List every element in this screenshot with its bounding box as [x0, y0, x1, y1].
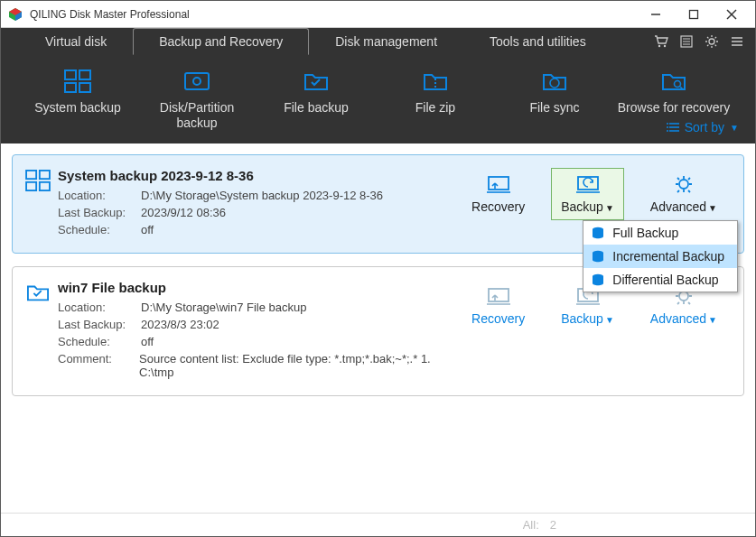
card-title: win7 File backup	[58, 280, 462, 295]
file-zip-icon	[422, 69, 449, 93]
status-footer: All: 2	[1, 513, 755, 536]
tool-file-backup[interactable]: File backup	[257, 66, 375, 116]
advanced-label: Advanced	[650, 311, 706, 326]
chevron-down-icon: ▼	[605, 203, 614, 213]
svg-rect-19	[65, 83, 76, 92]
menu-full-backup[interactable]: Full Backup	[583, 221, 737, 245]
card-title: System backup 2023-9-12 8-36	[58, 168, 462, 183]
disk-icon	[591, 273, 605, 286]
list-icon[interactable]	[679, 34, 694, 49]
svg-rect-18	[79, 70, 90, 79]
tool-file-sync[interactable]: File sync	[496, 66, 613, 116]
backup-label: Backup	[561, 199, 603, 214]
svg-point-29	[667, 123, 668, 125]
chevron-down-icon: ▼	[708, 315, 717, 325]
backup-label: Backup	[561, 311, 603, 326]
comment-label: Comment:	[58, 352, 139, 379]
file-sync-icon	[541, 69, 568, 93]
tool-label: File zip	[415, 100, 455, 116]
svg-point-13	[709, 39, 714, 44]
chevron-down-icon: ▼	[708, 203, 717, 213]
svg-point-30	[667, 126, 668, 128]
svg-rect-38	[578, 177, 598, 190]
schedule-label: Schedule:	[58, 223, 141, 236]
toolbar: System backup Disk/Partition backup File…	[1, 55, 755, 144]
tab-disk-management[interactable]: Disk management	[309, 28, 463, 55]
disk-partition-icon	[183, 69, 210, 93]
recovery-icon	[486, 174, 511, 194]
svg-point-40	[679, 180, 688, 189]
tool-label: System backup	[34, 100, 121, 116]
tool-disk-partition-backup[interactable]: Disk/Partition backup	[138, 66, 256, 131]
minimize-button[interactable]	[645, 4, 667, 25]
svg-point-24	[675, 81, 681, 88]
recovery-action[interactable]: Recovery	[462, 280, 535, 332]
file-backup-card-icon	[25, 280, 58, 383]
menu-item-label: Full Backup	[612, 226, 678, 240]
sort-by-button[interactable]: Sort by ▼	[667, 120, 739, 134]
tool-label: Browse for recovery	[618, 100, 730, 116]
cart-icon[interactable]	[654, 34, 668, 49]
last-backup-value: 2023/9/12 08:36	[141, 206, 226, 219]
tool-browse-recovery[interactable]: Browse for recovery	[615, 66, 733, 116]
recovery-label: Recovery	[471, 311, 525, 326]
content-area: System backup 2023-9-12 8-36 Location:D:…	[1, 144, 755, 513]
tab-tools-utilities[interactable]: Tools and utilities	[463, 28, 612, 55]
backup-card[interactable]: System backup 2023-9-12 8-36 Location:D:…	[12, 154, 744, 254]
location-value: D:\My Storage\System backup 2023-9-12 8-…	[141, 189, 383, 202]
window-controls	[645, 4, 742, 25]
gear-icon[interactable]	[705, 34, 719, 49]
tab-backup-recovery[interactable]: Backup and Recovery	[133, 28, 309, 55]
tool-file-zip[interactable]: File zip	[377, 66, 494, 116]
browse-recovery-icon	[660, 69, 687, 93]
backup-icon	[575, 174, 601, 194]
svg-point-7	[658, 45, 660, 47]
svg-rect-44	[489, 289, 509, 301]
sort-icon	[667, 122, 679, 133]
close-button[interactable]	[721, 4, 742, 25]
svg-rect-21	[185, 73, 209, 89]
last-backup-label: Last Backup:	[58, 318, 141, 331]
last-backup-label: Last Backup:	[58, 206, 141, 219]
comment-value: Source content list: Exclude file type: …	[139, 352, 462, 379]
system-backup-card-icon	[25, 168, 58, 240]
card-body: win7 File backup Location:D:\My Storage\…	[58, 280, 462, 383]
svg-point-48	[679, 292, 688, 301]
svg-rect-4	[690, 10, 698, 18]
advanced-action[interactable]: Advanced▼	[640, 168, 727, 220]
schedule-label: Schedule:	[58, 335, 141, 348]
card-body: System backup 2023-9-12 8-36 Location:D:…	[58, 168, 462, 240]
tabbar-right-icons	[654, 28, 755, 55]
tabbar: Virtual disk Backup and Recovery Disk ma…	[1, 28, 755, 55]
advanced-gear-icon	[672, 174, 695, 194]
menu-item-label: Incremental Backup	[612, 249, 724, 264]
menu-incremental-backup[interactable]: Incremental Backup	[583, 245, 737, 268]
tool-label: File backup	[284, 100, 349, 116]
titlebar: QILING Disk Master Professional	[1, 1, 755, 28]
maximize-button[interactable]	[683, 4, 705, 25]
recovery-icon	[486, 286, 511, 306]
menu-differential-backup[interactable]: Differential Backup	[583, 268, 737, 292]
schedule-value: off	[141, 223, 154, 236]
tool-label: File sync	[529, 100, 579, 116]
window-title: QILING Disk Master Professional	[30, 8, 645, 21]
backup-dropdown-menu: Full Backup Incremental Backup Different…	[583, 220, 738, 292]
sort-label: Sort by	[685, 120, 724, 134]
advanced-label: Advanced	[650, 199, 706, 214]
tab-virtual-disk[interactable]: Virtual disk	[19, 28, 133, 55]
last-backup-value: 2023/8/3 23:02	[141, 318, 219, 331]
location-label: Location:	[58, 189, 141, 202]
tool-system-backup[interactable]: System backup	[19, 66, 136, 116]
recovery-action[interactable]: Recovery	[462, 168, 535, 220]
system-backup-icon	[64, 69, 91, 93]
chevron-down-icon: ▼	[730, 123, 739, 133]
svg-point-31	[667, 130, 668, 132]
recovery-label: Recovery	[471, 199, 525, 214]
file-backup-icon	[303, 69, 330, 93]
svg-rect-33	[40, 171, 50, 179]
footer-count: 2	[550, 518, 556, 532]
svg-rect-20	[79, 83, 90, 92]
svg-rect-36	[489, 177, 509, 190]
menu-icon[interactable]	[730, 34, 744, 49]
backup-action[interactable]: Backup▼	[551, 168, 624, 220]
